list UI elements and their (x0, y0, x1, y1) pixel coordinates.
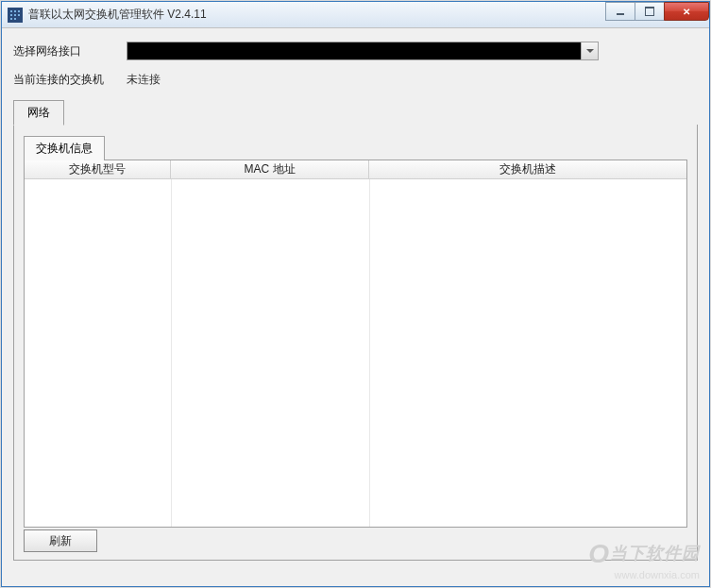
main-tab-bar: 网络 (13, 99, 698, 125)
app-window: 普联以太网交换机管理软件 V2.4.11 选择网络接口 当前连接的交换机 未连接… (1, 1, 710, 587)
tab-switch-info[interactable]: 交换机信息 (24, 136, 105, 160)
connected-row: 当前连接的交换机 未连接 (13, 72, 698, 88)
maximize-button[interactable] (635, 2, 665, 21)
col-mac[interactable]: MAC 地址 (171, 160, 369, 178)
col-divider (171, 179, 172, 528)
connected-status: 未连接 (127, 72, 161, 88)
titlebar[interactable]: 普联以太网交换机管理软件 V2.4.11 (2, 2, 709, 28)
inner-tab-bar: 交换机信息 (24, 136, 687, 160)
network-panel: 交换机信息 交换机型号 MAC 地址 交换机描述 刷新 (13, 125, 698, 561)
close-button[interactable] (664, 2, 709, 21)
col-desc[interactable]: 交换机描述 (369, 160, 686, 178)
interface-value (127, 42, 581, 59)
table-body[interactable] (25, 179, 686, 528)
interface-dropdown[interactable] (127, 42, 599, 60)
minimize-button[interactable] (605, 2, 635, 21)
window-controls (606, 2, 709, 21)
connected-label: 当前连接的交换机 (13, 72, 127, 88)
tab-network[interactable]: 网络 (13, 100, 64, 126)
switch-table: 交换机型号 MAC 地址 交换机描述 (24, 160, 687, 528)
watermark-url: www.downxia.com (588, 569, 700, 580)
table-header: 交换机型号 MAC 地址 交换机描述 (25, 160, 686, 179)
client-area: 选择网络接口 当前连接的交换机 未连接 网络 交换机信息 交换机型号 MAC 地… (2, 28, 709, 586)
chevron-down-icon[interactable] (581, 42, 598, 59)
interface-row: 选择网络接口 (13, 42, 698, 60)
col-model[interactable]: 交换机型号 (25, 160, 171, 178)
app-icon (8, 8, 23, 23)
interface-label: 选择网络接口 (13, 43, 127, 59)
refresh-button[interactable]: 刷新 (24, 529, 97, 552)
col-divider (369, 179, 370, 528)
